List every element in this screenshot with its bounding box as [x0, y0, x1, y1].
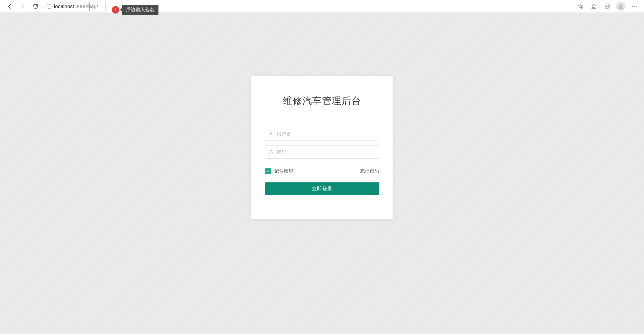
svg-point-15: [636, 6, 636, 6]
avatar-icon: [616, 2, 625, 11]
remember-label: 记住密码: [274, 168, 293, 174]
options-row: 记住密码 忘记密码: [265, 168, 379, 174]
login-panel: 维修汽车管理后台 记住密码 忘记密码 立即登录: [251, 76, 393, 219]
back-button[interactable]: [4, 1, 16, 11]
url-port: :8080: [74, 3, 87, 9]
toolbar-right: [574, 1, 640, 11]
refresh-button[interactable]: [30, 1, 41, 11]
remember-checkbox[interactable]: [265, 168, 271, 174]
url-host: localhost: [54, 3, 74, 9]
check-icon: [266, 169, 270, 173]
svg-point-16: [270, 132, 272, 134]
lock-icon: [268, 149, 274, 155]
favorite-add-icon[interactable]: [574, 1, 586, 11]
annotation: 1 后边输入包名: [112, 5, 158, 15]
url-path: /bag/: [87, 3, 98, 9]
password-group: [265, 145, 379, 159]
profile-button[interactable]: [615, 1, 626, 11]
site-info-icon[interactable]: [46, 3, 52, 9]
svg-rect-17: [270, 152, 272, 154]
arrow-left-icon: [7, 3, 13, 9]
password-input[interactable]: [265, 145, 379, 159]
forgot-password-link[interactable]: 忘记密码: [360, 168, 379, 174]
forward-button[interactable]: [17, 1, 28, 11]
more-button[interactable]: [628, 1, 640, 11]
collections-icon[interactable]: [601, 1, 613, 11]
user-icon: [268, 131, 274, 136]
svg-point-12: [620, 4, 622, 7]
login-title: 维修汽车管理后台: [265, 95, 379, 107]
username-group: [265, 127, 379, 140]
login-button[interactable]: 立即登录: [265, 182, 379, 195]
svg-point-2: [49, 5, 49, 6]
browser-toolbar: localhost:8080/bag/ 1 后边输入包名: [0, 0, 644, 13]
svg-point-13: [632, 6, 633, 6]
url-text: localhost:8080/bag/: [54, 3, 98, 9]
arrow-right-icon: [20, 3, 26, 9]
page-content: 维修汽车管理后台 记住密码 忘记密码 立即登录: [0, 13, 644, 334]
favorites-icon[interactable]: [588, 1, 599, 11]
annotation-tooltip: 后边输入包名: [122, 5, 158, 15]
remember-wrap: 记住密码: [265, 168, 293, 174]
svg-point-14: [634, 6, 635, 6]
username-input[interactable]: [265, 127, 379, 140]
annotation-badge: 1: [112, 6, 119, 14]
refresh-icon: [32, 3, 39, 9]
address-bar[interactable]: localhost:8080/bag/ 1 后边输入包名: [46, 3, 573, 9]
